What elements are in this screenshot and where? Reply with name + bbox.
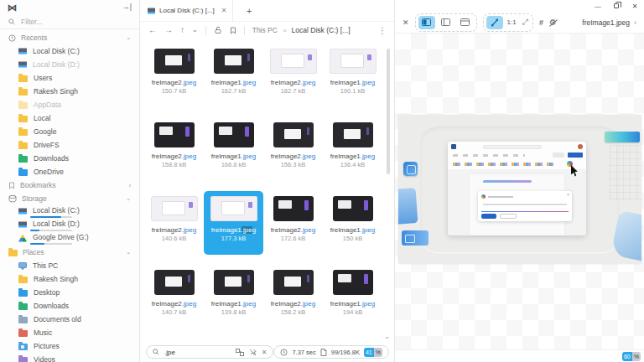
- photo-blue-shape: [398, 188, 418, 225]
- search-input[interactable]: [163, 348, 228, 357]
- file-tile-2[interactable]: freImage2.jpeg182.7 kB: [263, 44, 323, 107]
- file-tile-9-selected[interactable]: freImage1.jpeg177.3 kB: [204, 191, 263, 255]
- close-window-button[interactable]: ✕: [626, 3, 644, 10]
- file-tile-8[interactable]: freImage2.jpeg140.6 kB: [144, 191, 204, 255]
- bookmark-icon[interactable]: [230, 27, 236, 34]
- chevron-right-icon[interactable]: ›: [129, 183, 131, 189]
- new-tab-button[interactable]: +: [247, 6, 252, 16]
- sidebar-item-desktop[interactable]: Desktop: [0, 286, 139, 299]
- next-file-icon[interactable]: ›: [634, 18, 636, 27]
- sidebar-item-local-disk-c-[interactable]: Local Disk (C:): [0, 44, 139, 58]
- file-tile-10[interactable]: freImage2.jpeg172.6 kB: [263, 191, 323, 255]
- file-tile-14[interactable]: freImage2.jpeg158.2 kB: [263, 265, 323, 328]
- scrollbar-thumb[interactable]: [387, 49, 390, 174]
- sidebar-item-rakesh-singh[interactable]: Rakesh Singh: [0, 272, 139, 286]
- file-thumbnail: [210, 196, 257, 221]
- sidebar-section-places[interactable]: Places⌄: [0, 246, 139, 259]
- search-subfolders-icon[interactable]: [236, 349, 244, 356]
- file-name: freImage2.jpeg: [271, 226, 315, 234]
- sidebar-item-appdata[interactable]: AppData: [0, 98, 139, 111]
- chevron-down-icon[interactable]: ⌄: [126, 195, 131, 202]
- file-name: freImage1.jpeg: [211, 226, 256, 234]
- window-controls: — ✕: [589, 0, 644, 12]
- sidebar-item-downloads[interactable]: Downloads: [0, 299, 139, 313]
- file-tile-15[interactable]: freImage1.jpeg194 kB: [323, 265, 382, 328]
- pixel-grid-icon[interactable]: #: [539, 18, 543, 27]
- zoom-1-1-button[interactable]: 1:1: [506, 18, 518, 26]
- forward-button[interactable]: →: [164, 26, 173, 34]
- sidebar-item-users[interactable]: Users: [0, 71, 139, 85]
- minimize-button[interactable]: —: [589, 3, 607, 10]
- file-thumbnail: [214, 270, 254, 295]
- chevron-down-icon[interactable]: ⌄: [126, 34, 131, 41]
- layout-preview-right-button[interactable]: [438, 16, 454, 29]
- sidebar-item-label: This PC: [33, 261, 58, 270]
- filter-input[interactable]: [19, 17, 112, 27]
- sidebar-section-bookmarks[interactable]: Bookmarks›: [0, 178, 139, 192]
- tab-local-disk-c[interactable]: Local Disk (C:) [...] ✕: [141, 0, 233, 22]
- tab-close-icon[interactable]: ✕: [221, 7, 227, 14]
- breadcrumb-this-pc[interactable]: This PC: [252, 26, 278, 34]
- up-button[interactable]: ↑: [180, 26, 184, 34]
- back-button[interactable]: ←: [148, 26, 157, 34]
- history-dropdown-icon[interactable]: ⌄: [192, 27, 198, 34]
- preview-image: ×: [398, 115, 641, 264]
- more-options-icon[interactable]: ⋮: [378, 26, 387, 35]
- close-preview-icon[interactable]: ✕: [402, 18, 409, 27]
- sidebar-item-label: Local Disk (C:): [33, 47, 80, 55]
- sidebar-item-this-pc[interactable]: This PC: [0, 259, 139, 272]
- file-tile-11[interactable]: freImage1.jpeg150 kB: [323, 191, 382, 255]
- zoom-badge-value: 60: [622, 352, 632, 361]
- sidebar-item-music[interactable]: Music: [0, 326, 139, 339]
- folder-red-icon: [18, 329, 28, 337]
- search-icon: [8, 18, 15, 25]
- file-tile-1[interactable]: freImage1.jpeg162.7 kB: [204, 44, 263, 107]
- file-thumbnail: [154, 270, 195, 295]
- zoom-fit-button[interactable]: [486, 16, 503, 29]
- settings-disabled-icon[interactable]: ⚙: [549, 18, 557, 27]
- sidebar-item-local[interactable]: Local: [0, 111, 139, 125]
- fullscreen-icon[interactable]: ⤢: [521, 18, 530, 27]
- file-size: 194 kB: [343, 309, 362, 316]
- file-tile-6[interactable]: freImage2.jpeg156.3 kB: [263, 117, 323, 181]
- file-tile-5[interactable]: freImage1.jpeg168.8 kB: [204, 117, 263, 181]
- collapse-sidebar-icon[interactable]: →|: [122, 3, 132, 11]
- layout-preview-left-button[interactable]: [418, 16, 435, 29]
- clear-search-icon[interactable]: ✕: [262, 349, 267, 356]
- preview-canvas[interactable]: ×: [395, 34, 644, 349]
- sidebar-item-pictures[interactable]: Pictures: [0, 339, 139, 353]
- sidebar-item-downloads[interactable]: Downloads: [0, 152, 139, 165]
- sidebar-item-google[interactable]: Google: [0, 125, 139, 138]
- file-tile-12[interactable]: freImage2.jpeg140.7 kB: [144, 265, 204, 328]
- sidebar-item-local-disk-d-[interactable]: Local Disk (D:): [0, 58, 139, 71]
- sidebar-item-videos[interactable]: Videos: [0, 353, 139, 362]
- sidebar-item-onedrive[interactable]: OneDrive: [0, 165, 139, 178]
- file-count-icon: [320, 349, 327, 356]
- sidebar-item-google-drive-g-[interactable]: Google Drive (G:): [0, 232, 139, 246]
- sidebar-section-storage[interactable]: Storage⌄: [0, 192, 139, 205]
- breadcrumb-current[interactable]: Local Disk (C:) [...]: [292, 26, 351, 34]
- scroll-more-icon[interactable]: ⌄: [384, 333, 390, 340]
- chevron-down-icon[interactable]: ⌄: [126, 249, 131, 256]
- maximize-button[interactable]: [607, 3, 626, 10]
- sidebar-item-label: Music: [34, 328, 52, 337]
- file-tile-3[interactable]: freImage1.jpeg190.1 kB: [323, 44, 382, 107]
- file-tile-4[interactable]: freImage2.jpeg158.8 kB: [144, 117, 204, 181]
- sidebar-item-drivefs[interactable]: DriveFS: [0, 138, 139, 152]
- file-tile-7[interactable]: freImage1.jpeg136.4 kB: [323, 117, 382, 181]
- unpin-filter-icon[interactable]: [249, 349, 257, 356]
- lock-icon[interactable]: [214, 26, 222, 34]
- file-tile-0[interactable]: freImage2.jpeg150.7 kB: [144, 44, 204, 107]
- file-tile-13[interactable]: freImage1.jpeg139.8 kB: [204, 265, 263, 328]
- folder-pic-icon: [18, 343, 28, 350]
- sidebar-item-label: AppData: [34, 101, 61, 109]
- photo-grid-pattern: [610, 145, 641, 200]
- sidebar-item-documents-old[interactable]: Documents old: [0, 313, 139, 326]
- layout-preview-bottom-button[interactable]: [457, 16, 474, 29]
- folder-green-icon: [18, 303, 28, 310]
- sidebar-item-local-disk-d-[interactable]: Local Disk (D:): [0, 219, 139, 232]
- sidebar-item-rakesh-singh[interactable]: Rakesh Singh: [0, 85, 139, 98]
- zoom-badge: 60 %: [622, 352, 641, 361]
- sidebar-section-recents[interactable]: Recents⌄: [0, 31, 139, 44]
- sidebar-item-local-disk-c-[interactable]: Local Disk (C:): [0, 205, 139, 219]
